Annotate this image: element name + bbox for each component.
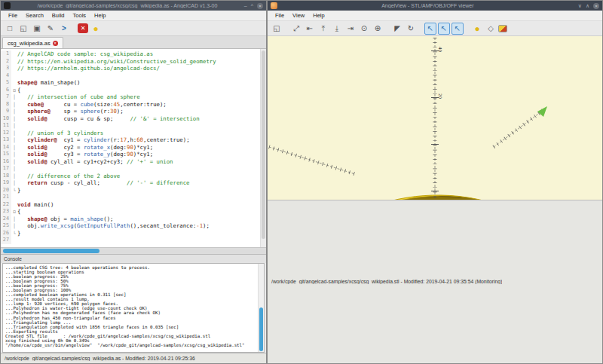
angelcad-editor-window: /work/cpde_git/angelcad-samples/xcsg/csg… — [0, 0, 267, 364]
fold-marker[interactable]: └ — [11, 230, 17, 237]
menu-item[interactable]: Help — [90, 11, 109, 20]
view-axis-button[interactable]: ⊙ — [358, 23, 370, 35]
3d-scene[interactable]: 20 40 -20 -40 -60 — [268, 36, 602, 200]
scrollbar-thumb[interactable] — [262, 50, 265, 239]
help-button[interactable]: ● — [90, 23, 102, 35]
line-number: 25 — [1, 222, 11, 230]
mode-pan-button[interactable]: ↖ — [438, 23, 450, 35]
fold-marker[interactable] — [11, 65, 17, 72]
open-file-button[interactable]: ◱ — [271, 23, 283, 35]
line-number: 8 — [1, 101, 11, 109]
fold-marker[interactable]: │ — [11, 151, 17, 158]
open-file-button[interactable]: ◱ — [17, 23, 29, 35]
code-line: 11 │ — [1, 122, 260, 130]
perspective-button[interactable]: ◤ — [391, 23, 403, 35]
fold-marker[interactable]: │ — [11, 179, 17, 187]
titlebar[interactable]: AngelView - STL/AMF/OBJ/OFF viewer ∨ ∧ × — [268, 1, 602, 11]
titlebar[interactable]: /work/cpde_git/angelcad-samples/xcsg/csg… — [1, 1, 266, 11]
stop-button[interactable]: ✕ — [78, 23, 88, 33]
menu-item[interactable]: Build — [48, 11, 69, 20]
view-left-button[interactable]: ⇤ — [304, 23, 316, 35]
scrollbar-thumb[interactable] — [259, 307, 263, 351]
code-line: 22 void main() — [1, 201, 260, 209]
scrollbar-thumb[interactable] — [3, 249, 99, 253]
maximize-icon[interactable]: ∧ — [586, 3, 589, 8]
mode-zoom-button[interactable]: ↖ — [451, 23, 464, 35]
fold-marker[interactable]: │ — [11, 222, 17, 230]
fold-marker[interactable]: │ — [11, 136, 17, 144]
maximize-icon[interactable]: ^ — [251, 3, 253, 8]
save-button[interactable]: ▣ — [31, 23, 43, 35]
line-number: 15 — [1, 151, 11, 158]
menu-item[interactable]: View — [289, 11, 308, 20]
code-line: 21 — [1, 194, 260, 201]
window-title: AngelView - STL/AMF/OBJ/OFF viewer — [280, 3, 575, 8]
tab-close-icon[interactable]: ✕ — [53, 41, 58, 46]
fold-marker[interactable]: │ — [11, 173, 17, 180]
minimize-icon[interactable]: ∨ — [578, 3, 582, 8]
render-wireframe-button[interactable]: ◇ — [485, 23, 497, 35]
fold-marker[interactable] — [11, 201, 17, 209]
y-axis-arrow — [537, 106, 547, 117]
close-icon[interactable]: × — [257, 3, 263, 9]
editor-vertical-scrollbar[interactable] — [260, 49, 266, 247]
line-number: 1 — [1, 50, 11, 58]
fold-marker[interactable]: │ — [11, 216, 17, 223]
fold-marker[interactable] — [11, 237, 17, 244]
fold-marker[interactable]: ⊟ — [11, 208, 17, 216]
fold-marker[interactable]: │ — [11, 122, 17, 130]
fold-marker[interactable]: │ — [11, 158, 17, 166]
fold-marker[interactable] — [11, 72, 17, 80]
fold-marker[interactable]: │ — [11, 115, 17, 123]
code-line: 17 │ — [1, 165, 260, 173]
3d-viewport[interactable]: 20 40 -20 -40 -60 — [268, 36, 602, 200]
fold-marker[interactable]: │ — [11, 165, 17, 173]
code-line: 4 — [1, 72, 260, 80]
fold-marker[interactable] — [11, 79, 17, 87]
fold-marker[interactable] — [11, 58, 17, 66]
code-area[interactable]: 1 // AngelCAD code sample: csg_wikipedia… — [1, 49, 260, 247]
code-line: 7 │ // intersection of cube and sphere — [1, 93, 260, 101]
fold-marker[interactable] — [11, 194, 17, 201]
view-center-button[interactable]: ⊕ — [372, 23, 384, 35]
zoom-fit-button[interactable]: ⤢ — [290, 23, 302, 35]
view-top-button[interactable]: ⤒ — [317, 23, 329, 35]
mode-rotate-button[interactable]: ↖ — [424, 23, 436, 35]
console-output[interactable]: ...completed CSG tree: 4 boolean operati… — [2, 263, 265, 353]
view-bottom-button[interactable]: ⤓ — [331, 23, 343, 35]
menu-item[interactable]: File — [5, 11, 21, 20]
console-vertical-scrollbar[interactable] — [258, 264, 264, 352]
csg-model[interactable] — [286, 179, 602, 200]
fold-marker[interactable] — [11, 50, 17, 58]
menu-item[interactable]: Help — [309, 11, 328, 20]
fold-marker[interactable]: │ — [11, 93, 17, 101]
menu-item[interactable]: Search — [22, 11, 47, 20]
fold-marker[interactable]: ⊟ — [11, 87, 17, 94]
view-right-button[interactable]: ⇥ — [344, 23, 357, 35]
new-file-button[interactable]: □ — [4, 23, 16, 35]
run-build-button[interactable]: > — [58, 23, 70, 35]
code-editor[interactable]: 1 // AngelCAD code sample: csg_wikipedia… — [1, 49, 266, 247]
close-icon[interactable]: × — [593, 3, 599, 9]
fold-marker[interactable]: │ — [11, 130, 17, 137]
code-line: 8 │ cube@ cu = cube(size:45,center:true)… — [1, 101, 260, 109]
code-line: 15 │ solid@ cy3 = rotate_y(deg:90)*cy1; — [1, 151, 260, 158]
rotate-view-button[interactable]: ↻ — [405, 23, 417, 35]
fold-marker[interactable]: │ — [11, 108, 17, 115]
fold-marker[interactable]: │ — [11, 101, 17, 109]
render-edges-button[interactable] — [498, 25, 507, 32]
tab-csg-wikipedia[interactable]: csg_wikipedia.as ✕ — [2, 37, 63, 48]
menu-item[interactable]: Tools — [69, 11, 90, 20]
code-line: 26 └ } — [1, 230, 260, 237]
fold-marker[interactable]: └ — [11, 187, 17, 194]
menu-item[interactable]: File — [271, 11, 288, 20]
minimize-icon[interactable]: – — [244, 3, 247, 8]
editor-horizontal-scrollbar[interactable] — [1, 247, 266, 254]
line-number: 3 — [1, 65, 11, 72]
line-number: 27 — [1, 237, 11, 244]
angelview-viewer-window: AngelView - STL/AMF/OBJ/OFF viewer ∨ ∧ ×… — [267, 0, 603, 364]
render-solid-button[interactable]: ● — [471, 23, 483, 35]
line-number: 2 — [1, 58, 11, 66]
fold-marker[interactable]: │ — [11, 144, 17, 151]
save-as-button[interactable]: ✎ — [44, 23, 57, 35]
